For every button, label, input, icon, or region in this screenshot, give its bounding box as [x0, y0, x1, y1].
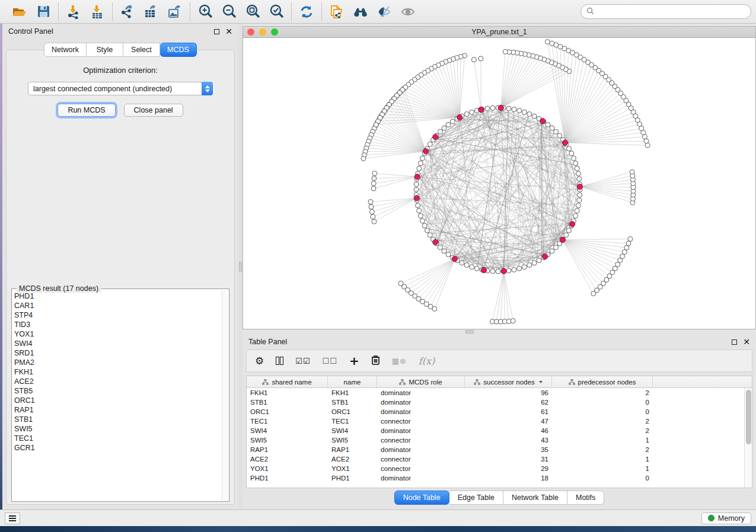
toggle-details-icon[interactable]: [377, 4, 392, 20]
task-history-button[interactable]: [5, 512, 20, 524]
tab-network-table[interactable]: Network Table: [503, 491, 567, 505]
zoom-fit-icon[interactable]: [245, 4, 260, 20]
mcds-result-scrollbar[interactable]: [222, 290, 228, 500]
mcds-result-item[interactable]: CAR1: [14, 301, 221, 310]
table-row[interactable]: SWI5SWI5connector431: [247, 435, 744, 445]
tab-node-table[interactable]: Node Table: [394, 491, 449, 505]
control-panel: Control Panel ✕ Network Style Select MCD…: [2, 24, 238, 509]
table-tabs: Node Table Edge Table Network Table Moti…: [243, 491, 756, 505]
tab-mcds[interactable]: MCDS: [160, 43, 197, 57]
zoom-selected-icon[interactable]: [269, 4, 284, 20]
column-header-predecessor-nodes[interactable]: predecessor nodes: [552, 376, 653, 387]
tab-motifs[interactable]: Motifs: [567, 491, 604, 505]
mcds-result-list[interactable]: PHD1CAR1STP4TID3YOX1SWI4SRD1PMA2FKH1ACE2…: [14, 291, 221, 500]
search-input[interactable]: [580, 4, 751, 19]
open-file-icon[interactable]: [12, 4, 27, 20]
mcds-result-item[interactable]: PMA2: [14, 358, 221, 367]
table-row[interactable]: PHD1PHD1dominator180: [247, 473, 744, 483]
eye-icon[interactable]: [400, 4, 416, 20]
table-cell: ORC1: [328, 408, 377, 415]
sort-descending-icon: [539, 381, 543, 383]
splitter-grip[interactable]: [239, 262, 242, 271]
mcds-result-item[interactable]: GCR1: [14, 443, 221, 453]
close-panel-icon[interactable]: ✕: [743, 339, 750, 345]
mcds-result-item[interactable]: YOX1: [14, 329, 221, 339]
zoom-out-icon[interactable]: [221, 4, 237, 20]
table-row[interactable]: STB1STB1dominator620: [247, 398, 744, 407]
mcds-result-item[interactable]: TEC1: [14, 434, 221, 443]
select-all-icon[interactable]: ☑☑: [295, 357, 310, 365]
import-network-icon[interactable]: [66, 4, 81, 20]
memory-label: Memory: [718, 514, 745, 523]
network-canvas[interactable]: [243, 38, 755, 329]
zoom-window-icon[interactable]: [271, 28, 278, 36]
tab-network[interactable]: Network: [44, 43, 87, 57]
memory-button[interactable]: Memory: [701, 512, 751, 524]
deselect-all-icon[interactable]: ☐☐: [323, 357, 337, 365]
mcds-result-item[interactable]: ACE2: [14, 377, 221, 386]
float-panel-icon[interactable]: [214, 29, 219, 34]
function-icon: f(x): [419, 355, 435, 367]
close-panel-button[interactable]: Close panel: [124, 104, 183, 117]
close-window-icon[interactable]: [247, 28, 254, 36]
column-header-name[interactable]: name: [328, 376, 377, 387]
mcds-result-item[interactable]: STP4: [14, 310, 221, 320]
tab-select[interactable]: Select: [123, 43, 160, 57]
table-cell: 35: [465, 446, 552, 453]
mcds-result-item[interactable]: SWI4: [14, 339, 221, 348]
column-header-shared-name[interactable]: shared name: [247, 376, 328, 387]
table-cell: 62: [465, 399, 552, 406]
find-icon[interactable]: [353, 4, 368, 20]
export-table-icon[interactable]: [143, 4, 159, 20]
table-scrollbar[interactable]: [744, 388, 752, 488]
scrollbar-thumb[interactable]: [746, 390, 751, 444]
float-panel-icon[interactable]: [732, 339, 737, 345]
column-header-successor-nodes[interactable]: successor nodes: [465, 376, 552, 387]
tab-style[interactable]: Style: [87, 43, 123, 57]
table-row[interactable]: SWI4SWI4dominator462: [247, 426, 744, 435]
table-cell: dominator: [377, 475, 465, 482]
zoom-in-icon[interactable]: [197, 4, 213, 20]
mcds-result-item[interactable]: FKH1: [14, 367, 221, 377]
table-cell: dominator: [377, 408, 465, 415]
export-image-icon[interactable]: [167, 4, 183, 20]
mcds-result-item[interactable]: STB5: [14, 386, 221, 396]
table-cell: ACE2: [247, 456, 328, 463]
node-table-body: FKH1FKH1dominator962STB1STB1dominator620…: [247, 388, 744, 488]
table-row[interactable]: RAP1RAP1dominator352: [247, 445, 744, 454]
delete-icon[interactable]: [371, 355, 380, 367]
add-icon[interactable]: +: [349, 355, 359, 367]
splitter-grip[interactable]: [465, 330, 474, 334]
table-row[interactable]: TEC1TEC1connector472: [247, 416, 744, 426]
mcds-result-item[interactable]: ORC1: [14, 396, 221, 405]
network-graph[interactable]: [243, 38, 755, 329]
search-field[interactable]: [597, 7, 745, 17]
refresh-layout-icon[interactable]: [299, 4, 314, 20]
run-mcds-button[interactable]: Run MCDS: [58, 104, 115, 117]
vertical-splitter[interactable]: [238, 24, 243, 509]
column-header-mcds-role[interactable]: MCDS role: [377, 376, 465, 387]
table-cell: PHD1: [247, 475, 328, 482]
mcds-result-item[interactable]: RAP1: [14, 405, 221, 415]
optimization-criterion-select[interactable]: largest connected component (undirected): [28, 82, 213, 95]
table-cell: RAP1: [247, 446, 328, 453]
network-file-icon[interactable]: [329, 4, 344, 20]
table-row[interactable]: YOX1YOX1connector291: [247, 464, 744, 473]
minimize-window-icon[interactable]: [259, 28, 266, 36]
mcds-result-item[interactable]: TID3: [14, 320, 221, 329]
save-session-icon[interactable]: [36, 4, 51, 20]
tab-edge-table[interactable]: Edge Table: [449, 491, 503, 505]
horizontal-splitter[interactable]: [243, 329, 756, 334]
table-row[interactable]: FKH1FKH1dominator962: [247, 388, 744, 398]
table-row[interactable]: ORC1ORC1dominator610: [247, 407, 744, 416]
close-panel-icon[interactable]: ✕: [225, 28, 232, 34]
table-row[interactable]: ACE2ACE2connector311: [247, 454, 744, 464]
import-table-icon[interactable]: [90, 4, 105, 20]
mcds-result-item[interactable]: STB1: [14, 415, 221, 424]
mcds-result-item[interactable]: SRD1: [14, 348, 221, 358]
export-network-icon[interactable]: [120, 4, 135, 20]
gear-icon[interactable]: ⚙: [255, 356, 264, 366]
columns-icon[interactable]: [276, 357, 283, 365]
mcds-result-item[interactable]: SWI5: [14, 424, 221, 434]
mcds-result-item[interactable]: PHD1: [14, 291, 221, 301]
